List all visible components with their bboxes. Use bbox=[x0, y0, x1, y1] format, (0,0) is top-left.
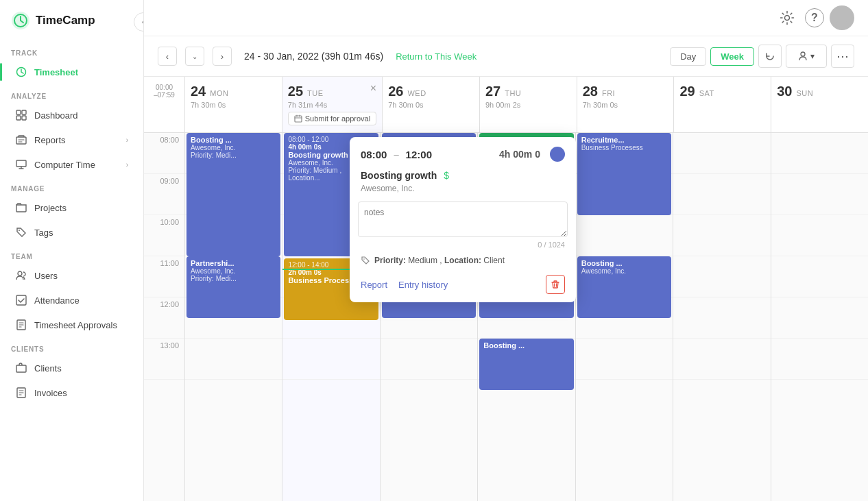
help-button[interactable]: ? bbox=[805, 8, 824, 27]
svg-rect-6 bbox=[22, 116, 26, 120]
refresh-button[interactable] bbox=[758, 45, 782, 68]
event-fri-2[interactable]: Boosting ... Awesome, Inc. bbox=[577, 256, 671, 318]
calendar-topbar: ‹ ⌄ › 24 - 30 Jan, 2022 (39h 01m 46s) Re… bbox=[144, 36, 868, 77]
clients-label: Clients bbox=[34, 363, 62, 374]
day-header-25: 25 TUE 7h 31m 44s × Submit for approval bbox=[282, 77, 383, 132]
sidebar-item-tags[interactable]: Tags bbox=[4, 221, 139, 244]
computer-time-chevron: › bbox=[126, 161, 128, 169]
calendar-day-headers: 00:00 –07:59 24 MON 7h 30m 0s 25 TUE 7h … bbox=[144, 77, 868, 133]
svg-rect-11 bbox=[16, 295, 26, 305]
timesheet-approvals-icon bbox=[15, 319, 27, 331]
invoices-label: Invoices bbox=[34, 388, 67, 398]
event-mon-bottom[interactable]: Partnershi... Awesome, Inc. Priority: Me… bbox=[186, 256, 280, 318]
popup-report-link[interactable]: Report bbox=[361, 280, 387, 290]
sidebar-item-clients[interactable]: Clients bbox=[4, 356, 139, 380]
attendance-icon bbox=[15, 294, 27, 306]
sidebar-item-timesheet[interactable]: Timesheet bbox=[4, 60, 139, 84]
logo-text: TimeCamp bbox=[36, 14, 95, 27]
event-detail-popup[interactable]: 08:00 – 12:00 4h 00m 0 Boosting growth $… bbox=[350, 137, 576, 302]
sidebar-item-users[interactable]: Users bbox=[4, 264, 139, 287]
week-view-button[interactable]: Week bbox=[710, 47, 754, 66]
popup-color-indicator bbox=[550, 147, 565, 162]
next-week-button[interactable]: › bbox=[213, 47, 232, 66]
time-slot-1300: 13:00 bbox=[144, 339, 184, 380]
clients-section-label: CLIENTS bbox=[0, 337, 143, 356]
sidebar: TimeCamp ‹ TRACK Timesheet ANALYZE Dashb… bbox=[0, 0, 144, 501]
reports-icon bbox=[15, 134, 27, 146]
popup-notes-container bbox=[358, 201, 568, 239]
attendance-label: Attendance bbox=[34, 295, 80, 306]
computer-time-icon bbox=[15, 158, 27, 171]
avatar[interactable] bbox=[830, 5, 854, 30]
submit-approval-button[interactable]: Submit for approval bbox=[288, 112, 376, 125]
manage-section-label: MANAGE bbox=[0, 177, 143, 195]
team-section-label: TEAM bbox=[0, 245, 143, 263]
date-range: 24 - 30 Jan, 2022 (39h 01m 46s) bbox=[244, 51, 383, 62]
event-fri-1[interactable]: Recruitme... Business Procesess bbox=[577, 133, 671, 215]
time-slot-800: 08:00 bbox=[144, 133, 184, 174]
timesheet-icon bbox=[15, 66, 27, 78]
sidebar-item-invoices[interactable]: Invoices bbox=[4, 381, 139, 404]
svg-point-9 bbox=[19, 230, 20, 231]
popup-actions-row: Report Entry history bbox=[350, 269, 576, 302]
popup-project-row: Boosting growth $ bbox=[350, 167, 576, 182]
user-filter-button[interactable]: ▾ bbox=[786, 45, 827, 68]
users-label: Users bbox=[34, 271, 58, 281]
popup-delete-button[interactable] bbox=[546, 275, 565, 294]
prev-week-button[interactable]: ‹ bbox=[158, 47, 177, 66]
time-slot-900: 09:00 bbox=[144, 174, 184, 215]
time-column: 08:00 09:00 10:00 11:00 12:00 13:00 bbox=[144, 133, 185, 501]
computer-time-label: Computer Time bbox=[34, 160, 95, 170]
time-slot-1200: 12:00 bbox=[144, 297, 184, 339]
logo: TimeCamp bbox=[0, 0, 143, 41]
more-options-button[interactable]: ⋯ bbox=[831, 45, 854, 68]
reports-chevron: › bbox=[126, 136, 128, 144]
svg-rect-4 bbox=[22, 110, 26, 114]
time-slot-1000: 10:00 bbox=[144, 215, 184, 256]
invoices-icon bbox=[15, 387, 27, 399]
users-icon bbox=[15, 269, 27, 282]
day-column-sat bbox=[673, 133, 771, 501]
sidebar-item-projects[interactable]: Projects bbox=[4, 196, 139, 219]
event-thu-3[interactable]: Boosting ... bbox=[479, 339, 573, 390]
week-dropdown-button[interactable]: ⌄ bbox=[185, 47, 204, 66]
sidebar-item-timesheet-approvals[interactable]: Timesheet Approvals bbox=[4, 313, 139, 337]
svg-point-16 bbox=[839, 13, 845, 19]
event-mon-1[interactable]: Boosting ... Awesome, Inc. Priority: Med… bbox=[186, 133, 280, 256]
svg-rect-3 bbox=[16, 110, 21, 114]
timesheet-label: Timesheet bbox=[34, 67, 78, 77]
popup-notes-input[interactable] bbox=[358, 201, 568, 237]
sidebar-item-computer-time[interactable]: Computer Time › bbox=[4, 153, 139, 176]
svg-rect-8 bbox=[16, 160, 26, 167]
calendar-icon bbox=[294, 114, 302, 123]
day-column-mon: Boosting ... Awesome, Inc. Priority: Med… bbox=[185, 133, 282, 501]
settings-button[interactable] bbox=[775, 5, 799, 30]
sidebar-item-reports[interactable]: Reports › bbox=[4, 128, 139, 151]
reports-label: Reports bbox=[34, 135, 66, 145]
svg-rect-5 bbox=[16, 116, 21, 120]
day-header-27: 27 THU 9h 00m 2s bbox=[480, 77, 577, 132]
svg-point-15 bbox=[785, 16, 790, 21]
day-view-button[interactable]: Day bbox=[670, 47, 706, 66]
popup-client: Awesome, Inc. bbox=[350, 182, 576, 199]
popup-tags-row: Priority: Medium , Location: Client bbox=[350, 252, 576, 269]
day-header-30: 30 SUN bbox=[771, 77, 868, 132]
sidebar-item-dashboard[interactable]: Dashboard bbox=[4, 103, 139, 127]
projects-label: Projects bbox=[34, 203, 67, 213]
day-header-29: 29 SAT bbox=[674, 77, 771, 132]
svg-point-10 bbox=[18, 271, 22, 276]
return-to-week-link[interactable]: Return to This Week bbox=[396, 51, 477, 62]
day-column-sun bbox=[771, 133, 868, 501]
tag-icon bbox=[361, 256, 370, 265]
time-slot-1100: 11:00 bbox=[144, 256, 184, 297]
analyze-section-label: ANALYZE bbox=[0, 84, 143, 103]
popup-history-link[interactable]: Entry history bbox=[398, 280, 448, 290]
clients-icon bbox=[15, 362, 27, 374]
popup-char-count: 0 / 1024 bbox=[350, 239, 576, 252]
close-day-25-button[interactable]: × bbox=[370, 82, 376, 95]
projects-icon bbox=[15, 201, 27, 214]
timesheet-approvals-label: Timesheet Approvals bbox=[34, 320, 117, 330]
dashboard-label: Dashboard bbox=[34, 110, 78, 121]
svg-point-17 bbox=[801, 52, 805, 56]
sidebar-item-attendance[interactable]: Attendance bbox=[4, 289, 139, 312]
